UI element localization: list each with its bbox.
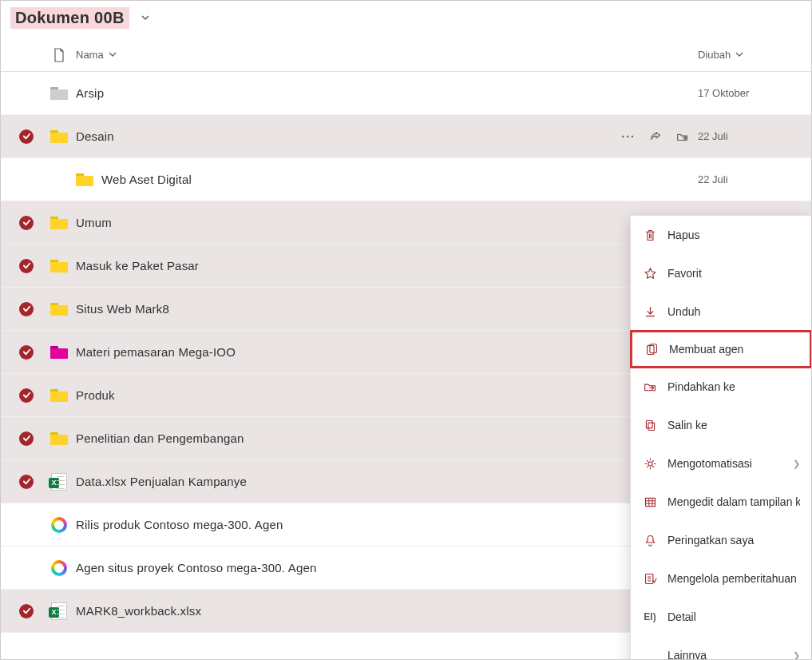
menu-item-label: Hapus (667, 229, 800, 241)
folder-icon (76, 173, 93, 186)
menu-item-label: Unduh (667, 305, 800, 318)
menu-item-membuat-agen[interactable]: Membuat agen (630, 330, 812, 368)
folder-icon (50, 217, 68, 229)
item-name[interactable]: Situs Web Mark8 (76, 302, 169, 316)
menu-item-mengedit-dalam-tampilan-kisi[interactable]: Mengedit dalam tampilan kisi (631, 483, 811, 521)
item-name[interactable]: Rilis produk Contoso mega-300. Agen (76, 518, 283, 531)
svg-point-4 (648, 461, 652, 465)
item-name[interactable]: Masuk ke Paket Pasar (76, 259, 199, 272)
item-name[interactable]: Produk (76, 388, 115, 402)
folder-icon (50, 87, 68, 100)
item-name[interactable]: Umum (76, 216, 112, 229)
selected-checkmark-icon[interactable] (19, 431, 34, 446)
folder-icon (50, 432, 68, 445)
svg-rect-2 (646, 420, 652, 427)
copilot-agent-icon (51, 560, 67, 576)
download-icon (642, 305, 658, 319)
title-dropdown[interactable] (141, 12, 150, 25)
selected-checkmark-icon[interactable] (19, 345, 34, 360)
agent-ol-icon (644, 343, 660, 356)
automate-icon (642, 457, 658, 471)
menu-item-mengotomatisasi[interactable]: Mengotomatisasi❯ (631, 444, 811, 483)
folder-icon (50, 130, 68, 143)
page-title: Dokumen 00B (10, 7, 129, 29)
modified-date: 17 Oktober (698, 87, 749, 99)
chevron-down-icon (109, 50, 117, 60)
item-name[interactable]: Data.xlsx Penjualan Kampanye (76, 475, 247, 488)
menu-item-label: Mengelola pemberitahuan saya (667, 572, 800, 585)
table-row[interactable]: Arsip17 Oktober (1, 72, 811, 115)
detail-icon: EI) (642, 611, 658, 622)
manage-icon (642, 572, 658, 586)
svg-rect-5 (645, 498, 655, 506)
menu-item-favorit[interactable]: Favorit (631, 254, 811, 292)
trash-icon (642, 229, 658, 242)
column-name[interactable]: Nama (76, 49, 698, 61)
folder-icon (50, 303, 68, 316)
menu-item-label: Mengedit dalam tampilan kisi (667, 495, 800, 508)
modified-date: 22 Juli (698, 173, 728, 185)
more-actions-button[interactable]: ··· (621, 130, 636, 143)
excel-icon (51, 473, 67, 491)
column-modified-label: Diubah (698, 49, 731, 61)
item-name[interactable]: Web Aset Digital (101, 173, 192, 186)
menu-item-label: Pindahkan ke (667, 380, 800, 393)
folder-icon (50, 260, 68, 272)
moveto-icon (642, 380, 658, 394)
menu-item-label: Detail (667, 610, 800, 623)
folder-icon (50, 389, 68, 402)
selected-checkmark-icon[interactable] (19, 216, 34, 230)
menu-item-label: Favorit (667, 267, 800, 280)
menu-item-pindahkan-ke[interactable]: Pindahkan ke (631, 368, 811, 406)
copilot-agent-icon (51, 517, 67, 533)
column-header: Nama Diubah (1, 38, 811, 72)
bell-icon (642, 534, 658, 547)
excel-icon (51, 602, 67, 620)
chevron-right-icon: ❯ (793, 650, 800, 661)
chevron-down-icon (735, 50, 743, 60)
table-row[interactable]: Desain···22 Juli (1, 115, 811, 158)
selected-checkmark-icon[interactable] (19, 129, 34, 144)
selected-checkmark-icon[interactable] (19, 388, 34, 403)
share-icon[interactable] (648, 129, 663, 144)
menu-item-unduh[interactable]: Unduh (631, 292, 811, 331)
item-name[interactable]: Materi pemasaran Mega-IOO (76, 345, 236, 359)
menu-item-salin-ke[interactable]: Salin ke (631, 406, 811, 444)
item-name[interactable]: Desain (76, 129, 114, 143)
file-type-column-icon[interactable] (42, 48, 76, 62)
menu-item-peringatkan-saya[interactable]: Peringatkan saya (631, 521, 811, 559)
selected-checkmark-icon[interactable] (19, 604, 34, 618)
item-name[interactable]: Arsip (76, 86, 104, 100)
selected-checkmark-icon[interactable] (19, 475, 34, 489)
copyto-icon (642, 419, 658, 432)
modified-date: 22 Juli (698, 130, 728, 142)
chevron-right-icon: ❯ (793, 459, 800, 469)
menu-item-lainnya[interactable]: Lainnya❯ (631, 636, 811, 660)
menu-item-label: Mengotomatisasi (667, 457, 783, 470)
shortcut-icon[interactable] (675, 129, 690, 144)
item-name[interactable]: Penelitian dan Pengembangan (76, 431, 244, 445)
item-name[interactable]: MARK8_workback.xlsx (76, 604, 201, 618)
item-name[interactable]: Agen situs proyek Contoso mega-300. Agen (76, 561, 317, 575)
selected-checkmark-icon[interactable] (19, 259, 34, 273)
column-name-label: Nama (76, 49, 104, 61)
menu-item-label: Peringatkan saya (667, 534, 800, 547)
gridedit-icon (642, 495, 658, 509)
folder-icon (50, 346, 68, 359)
star-icon (642, 267, 658, 280)
menu-item-hapus[interactable]: Hapus (631, 216, 811, 254)
column-modified[interactable]: Diubah (698, 49, 802, 61)
context-menu: HapusFavoritUnduhMembuat agenPindahkan k… (630, 215, 812, 660)
selected-checkmark-icon[interactable] (19, 302, 34, 316)
menu-item-label: Lainnya (667, 649, 783, 660)
menu-item-mengelola-pemberitahuan-saya[interactable]: Mengelola pemberitahuan saya (631, 559, 811, 598)
table-row[interactable]: Web Aset Digital22 Juli (1, 158, 811, 201)
menu-item-label: Membuat agen (669, 343, 798, 356)
menu-item-label: Salin ke (667, 419, 800, 431)
svg-rect-3 (648, 423, 654, 430)
menu-item-detail[interactable]: EI)Detail (631, 598, 811, 636)
